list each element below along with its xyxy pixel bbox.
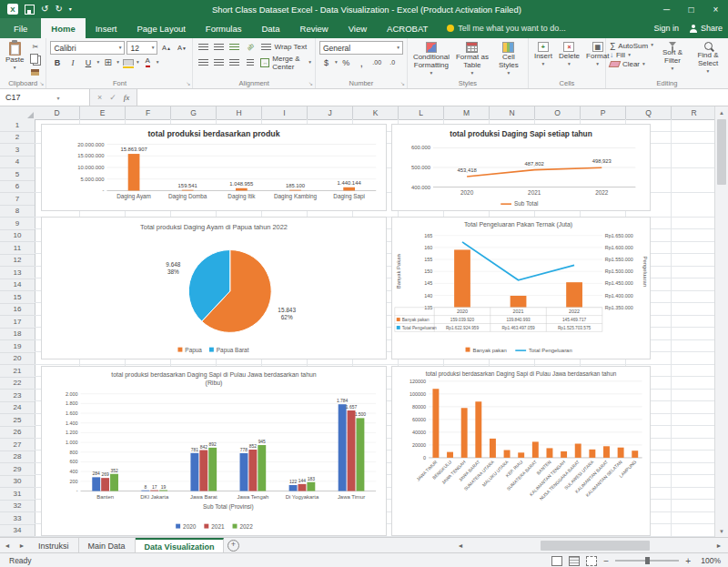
row-header-21[interactable]: 21 xyxy=(0,365,35,378)
cell-grid[interactable]: total produksi berdasarkan produk-5.000.… xyxy=(35,119,715,537)
delete-cells-button[interactable]: × Delete ▾ xyxy=(557,41,581,67)
zoom-percent[interactable]: 100% xyxy=(697,556,721,565)
row-header-29[interactable]: 29 xyxy=(0,463,35,476)
undo-icon[interactable]: ↺ xyxy=(41,5,48,14)
chart-pie-daging-ayam-papua[interactable]: Total produksi Daging Ayam di Papua tahu… xyxy=(41,217,387,359)
page-layout-view-icon[interactable] xyxy=(569,556,580,566)
row-header-10[interactable]: 10 xyxy=(0,230,35,243)
sheet-nav-left-icon[interactable]: ◄ xyxy=(0,538,15,553)
vertical-scroll-thumb[interactable] xyxy=(717,119,726,185)
format-as-table-button[interactable]: Format as Table ▾ xyxy=(454,41,490,76)
column-header-M[interactable]: M xyxy=(444,106,490,119)
row-header-8[interactable]: 8 xyxy=(0,206,35,218)
zoom-out-icon[interactable]: − xyxy=(603,556,609,566)
ribbon-tab-data[interactable]: Data xyxy=(251,18,289,38)
clipboard-dialog-launcher-icon[interactable]: ↘ xyxy=(39,80,44,86)
ribbon-tab-acrobat[interactable]: ACROBAT xyxy=(377,18,438,38)
column-header-P[interactable]: P xyxy=(581,106,626,119)
row-header-19[interactable]: 19 xyxy=(0,340,35,353)
horizontal-scroll-thumb[interactable] xyxy=(541,541,650,551)
row-header-17[interactable]: 17 xyxy=(0,316,35,329)
number-format-combo[interactable]: General▾ xyxy=(319,41,403,55)
orientation-button[interactable]: ab xyxy=(243,41,257,53)
row-header-5[interactable]: 5 xyxy=(0,168,35,181)
chart-daging-sapi-provinsi[interactable]: total produksi berdasarkan Daging Sapi d… xyxy=(391,366,651,536)
row-header-22[interactable]: 22 xyxy=(0,378,35,390)
ribbon-tab-home[interactable]: Home xyxy=(41,18,85,38)
hscroll-left-icon[interactable]: ◄ xyxy=(453,542,468,549)
row-header-24[interactable]: 24 xyxy=(0,402,35,415)
zoom-slider-thumb[interactable] xyxy=(645,557,650,564)
row-header-2[interactable]: 2 xyxy=(0,132,35,145)
row-header-32[interactable]: 32 xyxy=(0,501,35,513)
row-header-16[interactable]: 16 xyxy=(0,304,35,317)
ribbon-tab-view[interactable]: View xyxy=(339,18,377,38)
chart-pengeluaran-pakan-ternak[interactable]: Total Pengeluaran Pakan Ternak (Juta)135… xyxy=(391,217,651,359)
middle-align-button[interactable] xyxy=(212,41,226,53)
decrease-indent-button[interactable] xyxy=(243,57,257,69)
minimize-button[interactable]: ─ xyxy=(654,0,679,18)
row-header-7[interactable]: 7 xyxy=(0,193,35,206)
accounting-format-button[interactable]: $ xyxy=(319,56,333,68)
borders-button[interactable]: ⊞ xyxy=(101,56,115,68)
column-header-R[interactable]: R xyxy=(672,106,715,119)
sheet-nav-right-icon[interactable]: ► xyxy=(15,538,29,553)
cancel-entry-icon[interactable]: × xyxy=(97,93,102,102)
sign-in-link[interactable]: Sign in xyxy=(653,24,679,33)
row-header-3[interactable]: 3 xyxy=(0,144,35,157)
row-header-31[interactable]: 31 xyxy=(0,488,35,501)
row-header-25[interactable]: 25 xyxy=(0,414,35,427)
column-header-G[interactable]: G xyxy=(171,106,217,119)
row-header-23[interactable]: 23 xyxy=(0,390,35,402)
bottom-align-button[interactable] xyxy=(228,41,241,53)
tell-me-box[interactable]: Tell me what you want to do... xyxy=(438,18,575,38)
row-header-33[interactable]: 33 xyxy=(0,512,35,525)
format-painter-button[interactable] xyxy=(28,66,42,78)
sheet-tab-data-visualization[interactable]: Data Visualization xyxy=(136,538,225,553)
align-center-button[interactable] xyxy=(212,57,226,69)
column-header-F[interactable]: F xyxy=(126,106,171,119)
underline-button[interactable]: U xyxy=(81,56,95,68)
align-right-button[interactable] xyxy=(228,57,241,69)
increase-font-button[interactable]: A▲ xyxy=(159,42,173,54)
column-header-E[interactable]: E xyxy=(80,106,126,119)
wrap-text-button[interactable]: Wrap Text xyxy=(261,43,307,51)
scroll-down-icon[interactable]: ▼ xyxy=(715,525,728,537)
font-name-combo[interactable]: Calibri▾ xyxy=(50,41,125,55)
ribbon-tab-formulas[interactable]: Formulas xyxy=(196,18,252,38)
cut-button[interactable]: ✂ xyxy=(28,41,42,53)
column-header-J[interactable]: J xyxy=(308,106,353,119)
column-header-H[interactable]: H xyxy=(217,106,262,119)
row-header-20[interactable]: 20 xyxy=(0,353,35,366)
row-header-30[interactable]: 30 xyxy=(0,476,35,489)
chart-daging-sapi-per-tahun[interactable]: total produksi Daging Sapi setiap tahun4… xyxy=(391,124,651,211)
column-header-N[interactable]: N xyxy=(490,106,535,119)
chart-daging-sapi-pulau-jawa[interactable]: total produksi berdasarkan Daging Sapi d… xyxy=(41,366,387,536)
select-all-corner[interactable] xyxy=(0,106,35,120)
row-header-26[interactable]: 26 xyxy=(0,427,35,440)
close-button[interactable]: × xyxy=(703,0,728,18)
align-left-button[interactable] xyxy=(197,57,210,69)
formula-input[interactable] xyxy=(137,89,728,106)
name-box[interactable]: C17 ▾ xyxy=(0,89,90,106)
qat-customize-icon[interactable]: ▾ xyxy=(69,6,72,12)
confirm-entry-icon[interactable]: ✓ xyxy=(109,93,116,102)
new-sheet-button[interactable]: + xyxy=(224,538,242,553)
share-button[interactable]: Share xyxy=(690,24,723,33)
zoom-slider[interactable] xyxy=(615,560,679,562)
sheet-tab-instruksi[interactable]: Instruksi xyxy=(29,538,79,553)
column-header-I[interactable]: I xyxy=(262,106,308,119)
font-size-combo[interactable]: 12▾ xyxy=(126,41,157,55)
number-dialog-launcher-icon[interactable]: ↘ xyxy=(400,80,405,86)
fill-button[interactable]: ↓ Fill ▾ xyxy=(610,51,653,59)
scroll-up-icon[interactable]: ▲ xyxy=(715,106,728,118)
sort-filter-button[interactable]: Sort & Filter ▾ xyxy=(656,41,689,72)
find-select-button[interactable]: Find & Select ▾ xyxy=(692,41,724,75)
row-header-6[interactable]: 6 xyxy=(0,181,35,194)
maximize-button[interactable]: □ xyxy=(679,0,703,18)
zoom-in-icon[interactable]: + xyxy=(685,556,691,566)
hscroll-right-icon[interactable]: ► xyxy=(712,542,726,549)
row-header-13[interactable]: 13 xyxy=(0,267,35,279)
ribbon-tab-insert[interactable]: Insert xyxy=(86,18,127,38)
bold-button[interactable]: B xyxy=(50,56,64,68)
